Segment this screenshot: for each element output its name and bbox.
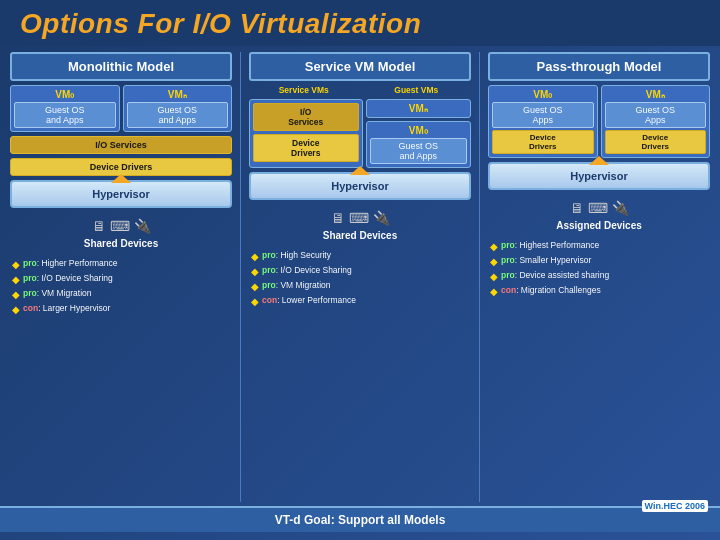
bullet-dot-s1: ◆ (251, 249, 259, 264)
bullet-svm-2: ◆ pro: I/O Device Sharing (251, 264, 469, 279)
vm-pair-monolithic: VM₀ Guest OSand Apps VMₙ Guest OSand App… (10, 85, 232, 132)
bullet-text-p3: pro: Device assisted sharing (501, 269, 609, 284)
vm0-content: Guest OSand Apps (14, 102, 116, 128)
vm0-pt-guestos: Guest OSApps (492, 102, 594, 128)
bullet-text-s4: con: Lower Performance (262, 294, 356, 309)
vmn-pt-label: VMₙ (605, 89, 707, 100)
vm-pair-passthrough: VM₀ Guest OSApps DeviceDrivers VMₙ Guest… (488, 85, 710, 158)
device-icon-svm: ⌨ (349, 210, 369, 226)
hypervisor-label-svm: Hypervisor (331, 180, 388, 192)
bullet-dot-s3: ◆ (251, 279, 259, 294)
usb-icon-pt: 🔌 (612, 200, 629, 216)
bullets-monolithic: ◆ pro: Higher Performance ◆ pro: I/O Dev… (10, 255, 232, 319)
bullet-svm-1: ◆ pro: High Security (251, 249, 469, 264)
bullet-dot-s4: ◆ (251, 294, 259, 309)
shared-devices-monolithic: 🖥 ⌨ 🔌 Shared Devices (10, 212, 232, 251)
logo-area: Win.HEC 2006 (642, 500, 708, 512)
bullet-pt-3: ◆ pro: Device assisted sharing (490, 269, 708, 284)
vm0-label-svm: VM₀ (370, 125, 468, 136)
pro-label-s3: pro (262, 280, 276, 290)
slide: Options For I/O Virtualization Monolithi… (0, 0, 720, 540)
usb-icon-svm: 🔌 (373, 210, 390, 226)
column-passthrough: Pass-through Model VM₀ Guest OSApps Devi… (488, 52, 710, 502)
bullet-pt-2: ◆ pro: Smaller Hypervisor (490, 254, 708, 269)
device-icon-pt: ⌨ (588, 200, 608, 216)
bullet-svm-4: ◆ con: Lower Performance (251, 294, 469, 309)
hypervisor-monolithic: Hypervisor (10, 180, 232, 208)
col-header-monolithic: Monolithic Model (10, 52, 232, 81)
hypervisor-svm: Hypervisor (249, 172, 471, 200)
vmn-passthrough: VMₙ Guest OSApps DeviceDrivers (601, 85, 711, 158)
pro-label-s2: pro (262, 265, 276, 275)
bullet-dot-2: ◆ (12, 272, 20, 287)
svm-main-area: I/OServices DeviceDrivers VMₙ VM₀ Guest … (249, 99, 471, 168)
guest-vm0-svm: VM₀ Guest OSand Apps (366, 121, 472, 168)
logo-text: Win.HEC 2006 (642, 500, 708, 512)
bullet-mono-4: ◆ con: Larger Hypervisor (12, 302, 230, 317)
con-label-4: con (23, 303, 38, 313)
bullet-pt-4: ◆ con: Migration Challenges (490, 284, 708, 299)
devices-label-svm: Shared Devices (323, 230, 398, 241)
svm-labels-row: Service VMs Guest VMs (249, 85, 471, 95)
devices-icons-svm: 🖥 ⌨ 🔌 (329, 206, 392, 230)
con-label-s4: con (262, 295, 277, 305)
bullet-text-p1: pro: Highest Performance (501, 239, 599, 254)
bullet-mono-3: ◆ pro: VM Migration (12, 287, 230, 302)
service-vms-label: Service VMs (249, 85, 359, 95)
column-servicevm: Service VM Model Service VMs Guest VMs I… (249, 52, 471, 502)
footer-text: VT-d Goal: Support all Models (275, 513, 446, 527)
devices-icons-pt: 🖥 ⌨ 🔌 (568, 196, 631, 220)
bullet-pt-1: ◆ pro: Highest Performance (490, 239, 708, 254)
bullet-text-4: con: Larger Hypervisor (23, 302, 110, 317)
col-header-servicevm: Service VM Model (249, 52, 471, 81)
vm0-label: VM₀ (14, 89, 116, 100)
devices-label-pt: Assigned Devices (556, 220, 642, 231)
hypervisor-pt: Hypervisor (488, 162, 710, 190)
bullet-dot-p1: ◆ (490, 239, 498, 254)
bullet-dot-3: ◆ (12, 287, 20, 302)
vmn-label-svm: VMₙ (370, 103, 468, 114)
bullet-text-s3: pro: VM Migration (262, 279, 331, 294)
device-drivers-svm: DeviceDrivers (253, 134, 359, 162)
vm0-passthrough: VM₀ Guest OSApps DeviceDrivers (488, 85, 598, 158)
bullet-dot-4: ◆ (12, 302, 20, 317)
content-area: Monolithic Model VM₀ Guest OSand Apps VM… (0, 46, 720, 506)
footer-bar: VT-d Goal: Support all Models Win.HEC 20… (0, 506, 720, 532)
bullet-dot-p2: ◆ (490, 254, 498, 269)
bullet-mono-1: ◆ pro: Higher Performance (12, 257, 230, 272)
vmn-monolithic: VMₙ Guest OSand Apps (123, 85, 233, 132)
device-icon-mono: ⌨ (110, 218, 130, 234)
vm0-monolithic: VM₀ Guest OSand Apps (10, 85, 120, 132)
bullet-text-2: pro: I/O Device Sharing (23, 272, 113, 287)
bullet-text-3: pro: VM Migration (23, 287, 92, 302)
bullet-text-1: pro: Higher Performance (23, 257, 118, 272)
monitor-icon-mono: 🖥 (92, 218, 106, 234)
hypervisor-arrow-mono (111, 174, 131, 183)
monitor-icon-svm: 🖥 (331, 210, 345, 226)
pro-label-p1: pro (501, 240, 515, 250)
bullet-svm-3: ◆ pro: VM Migration (251, 279, 469, 294)
bullet-dot-p4: ◆ (490, 284, 498, 299)
assigned-devices-pt: 🖥 ⌨ 🔌 Assigned Devices (488, 194, 710, 233)
devices-icons-mono: 🖥 ⌨ 🔌 (90, 214, 153, 238)
vmn-pt-guestos: Guest OSApps (605, 102, 707, 128)
bullet-text-s2: pro: I/O Device Sharing (262, 264, 352, 279)
pro-label-1: pro (23, 258, 37, 268)
guest-vmn-svm: VMₙ (366, 99, 472, 118)
monitor-icon-pt: 🖥 (570, 200, 584, 216)
bullet-text-p4: con: Migration Challenges (501, 284, 601, 299)
bullet-text-s1: pro: High Security (262, 249, 331, 264)
guest-vms-label: Guest VMs (362, 85, 472, 95)
hypervisor-arrow-pt (589, 156, 609, 165)
hypervisor-arrow-svm (350, 166, 370, 175)
guest-vms-box: VMₙ VM₀ Guest OSand Apps (366, 99, 472, 168)
service-vm-box: I/OServices DeviceDrivers (249, 99, 363, 168)
vmn-content: Guest OSand Apps (127, 102, 229, 128)
vm0-content-svm: Guest OSand Apps (370, 138, 468, 164)
bullet-text-p2: pro: Smaller Hypervisor (501, 254, 591, 269)
shared-devices-svm: 🖥 ⌨ 🔌 Shared Devices (249, 204, 471, 243)
con-label-p4: con (501, 285, 516, 295)
pro-label-3: pro (23, 288, 37, 298)
pro-label-p3: pro (501, 270, 515, 280)
divider-2 (479, 52, 480, 502)
